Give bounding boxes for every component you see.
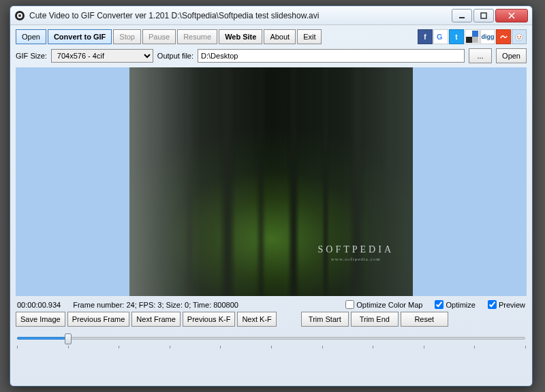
facebook-icon[interactable]: f: [418, 29, 433, 44]
output-file-label: Output file:: [157, 52, 193, 60]
slider-ticks: [17, 346, 525, 350]
watermark: SOFTPEDIA www.softpedia.com: [318, 244, 394, 262]
stop-button[interactable]: Stop: [113, 29, 141, 44]
client-area: Open Convert to GIF Stop Pause Resume We…: [10, 25, 532, 357]
reddit-icon[interactable]: [512, 29, 527, 44]
svg-rect-3: [459, 17, 465, 18]
next-frame-button[interactable]: Next Frame: [131, 312, 180, 327]
open-output-button[interactable]: Open: [496, 48, 527, 63]
app-window: Cute Video to GIF Converter ver 1.201 D:…: [10, 5, 533, 387]
save-image-button[interactable]: Save Image: [16, 312, 65, 327]
previous-frame-button[interactable]: Previous Frame: [67, 312, 130, 327]
preview-checkbox[interactable]: Preview: [488, 300, 525, 309]
main-toolbar: Open Convert to GIF Stop Pause Resume We…: [16, 29, 527, 44]
svg-rect-7: [472, 31, 478, 37]
website-button[interactable]: Web Site: [219, 29, 262, 44]
svg-point-11: [517, 36, 518, 37]
gif-size-select[interactable]: 704x576 - 4cif: [51, 49, 153, 63]
trim-end-button[interactable]: Trim End: [351, 312, 399, 327]
timecode: 00:00:00.934: [17, 301, 61, 309]
resume-button[interactable]: Resume: [177, 29, 217, 44]
previous-keyframe-button[interactable]: Previous K-F: [183, 312, 236, 327]
seek-slider[interactable]: [17, 332, 525, 346]
optimize-color-map-checkbox[interactable]: Optimize Color Map: [345, 300, 422, 309]
window-title: Cute Video to GIF Converter ver 1.201 D:…: [29, 11, 319, 20]
pause-button[interactable]: Pause: [142, 29, 176, 44]
titlebar[interactable]: Cute Video to GIF Converter ver 1.201 D:…: [10, 6, 532, 25]
preview-area: SOFTPEDIA www.softpedia.com: [16, 67, 527, 296]
minimize-button[interactable]: [452, 9, 472, 22]
next-keyframe-button[interactable]: Next K-F: [237, 312, 276, 327]
seek-slider-row: [16, 332, 527, 353]
exit-button[interactable]: Exit: [297, 29, 322, 44]
svg-rect-4: [481, 13, 486, 18]
svg-text:G: G: [437, 33, 443, 41]
svg-rect-8: [466, 37, 472, 43]
svg-point-10: [516, 34, 523, 41]
convert-button[interactable]: Convert to GIF: [48, 29, 112, 44]
frame-controls: Save Image Previous Frame Next Frame Pre…: [16, 312, 527, 327]
svg-rect-6: [466, 31, 472, 37]
frame-info: Frame number: 24; FPS: 3; Size: 0; Time:…: [73, 301, 238, 309]
video-frame: SOFTPEDIA www.softpedia.com: [129, 67, 413, 296]
close-button[interactable]: [495, 9, 528, 22]
open-button[interactable]: Open: [16, 29, 46, 44]
output-file-input[interactable]: [198, 49, 465, 63]
google-icon[interactable]: G: [433, 29, 448, 44]
digg-icon[interactable]: digg: [480, 29, 495, 44]
delicious-icon[interactable]: [465, 29, 480, 44]
settings-row: GIF Size: 704x576 - 4cif Output file: ..…: [16, 48, 527, 63]
status-row: 00:00:00.934 Frame number: 24; FPS: 3; S…: [16, 296, 527, 312]
about-button[interactable]: About: [264, 29, 296, 44]
browse-button[interactable]: ...: [469, 48, 492, 63]
svg-point-2: [18, 14, 21, 17]
optimize-checkbox[interactable]: Optimize: [435, 300, 475, 309]
svg-rect-9: [472, 37, 478, 43]
twitter-icon[interactable]: t: [449, 29, 464, 44]
stumbleupon-icon[interactable]: [496, 29, 511, 44]
trim-start-button[interactable]: Trim Start: [301, 312, 349, 327]
reset-button[interactable]: Reset: [401, 312, 448, 327]
svg-point-12: [520, 36, 521, 37]
app-icon: [14, 10, 25, 21]
gif-size-label: GIF Size:: [16, 52, 47, 60]
maximize-button[interactable]: [473, 9, 494, 22]
social-icons: f G t digg: [418, 29, 527, 44]
